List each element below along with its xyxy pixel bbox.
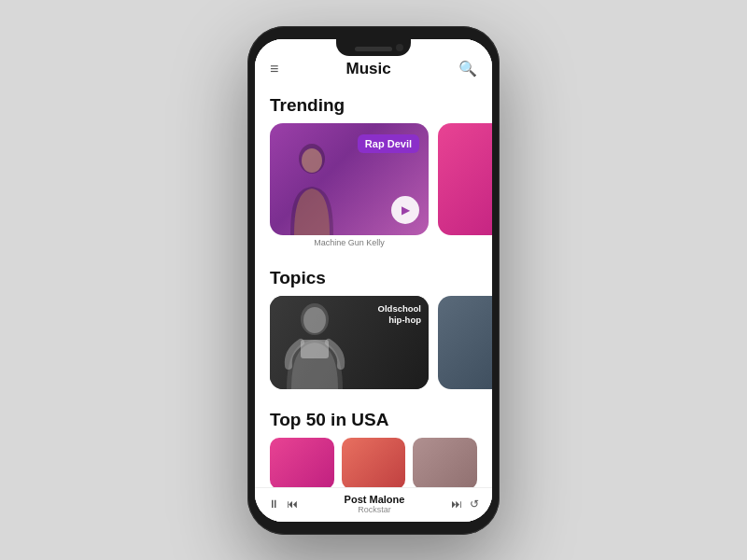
np-title: Post Malone	[298, 494, 451, 505]
top50-card-2[interactable]	[342, 438, 406, 487]
topic-bw-bg: Oldschool hip-hop	[270, 296, 429, 389]
topic-card-dark[interactable]	[438, 296, 492, 389]
search-icon[interactable]: 🔍	[458, 60, 477, 77]
top50-card-3[interactable]	[413, 438, 477, 487]
prev-button[interactable]: ⏮	[287, 497, 298, 511]
speaker	[355, 47, 392, 51]
np-subtitle: Rockstar	[298, 505, 451, 514]
top50-title: Top 50 in USA	[255, 400, 492, 438]
mgk-silhouette	[279, 142, 345, 235]
hiphop-label: Oldschool hip-hop	[378, 303, 421, 327]
phone-screen: ≡ Music 🔍 Trending	[255, 39, 492, 522]
trending-card-pink[interactable]	[438, 123, 492, 235]
app-body: Trending	[255, 86, 492, 487]
mgk-caption: Machine Gun Kelly	[270, 238, 429, 247]
camera	[396, 44, 403, 51]
app-container: ≡ Music 🔍 Trending	[255, 39, 492, 522]
trending-card-mgk[interactable]: Rap Devil ▶	[270, 123, 429, 235]
menu-icon[interactable]: ≡	[270, 61, 278, 77]
phone-shell: ≡ Music 🔍 Trending	[247, 26, 500, 535]
app-title: Music	[278, 60, 458, 78]
top50-card-1[interactable]	[270, 438, 334, 487]
topics-cards-row: Oldschool hip-hop	[255, 296, 492, 400]
np-right-controls: ⏭ ↺	[451, 497, 479, 511]
mgk-card-wrapper: Rap Devil ▶ Machine Gun Kelly	[270, 123, 429, 247]
trending-cards-row: Rap Devil ▶ Machine Gun Kelly	[255, 123, 492, 259]
pause-button[interactable]: ⏸	[268, 497, 279, 511]
phone-notch	[336, 39, 411, 56]
now-playing-bar: ⏸ ⏮ Post Malone Rockstar ⏭ ↺	[255, 487, 492, 522]
np-left-controls: ⏸ ⏮	[268, 497, 298, 511]
rap-devil-label: Rap Devil	[358, 134, 419, 153]
topic-card-hiphop[interactable]: Oldschool hip-hop	[270, 296, 429, 389]
repeat-button[interactable]: ↺	[470, 497, 479, 511]
topics-section: Topics	[255, 259, 492, 400]
svg-point-3	[303, 307, 326, 333]
next-button[interactable]: ⏭	[451, 497, 462, 511]
svg-rect-4	[301, 340, 329, 358]
np-info: Post Malone Rockstar	[298, 494, 451, 514]
topic-person-silhouette	[277, 301, 352, 389]
svg-point-1	[302, 148, 322, 173]
top50-cards-row	[255, 438, 492, 487]
top50-section: Top 50 in USA	[255, 400, 492, 487]
play-button[interactable]: ▶	[391, 196, 419, 224]
trending-title: Trending	[255, 86, 492, 123]
topics-title: Topics	[255, 259, 492, 296]
pink-card-wrapper	[438, 123, 492, 247]
trending-section: Trending	[255, 86, 492, 259]
